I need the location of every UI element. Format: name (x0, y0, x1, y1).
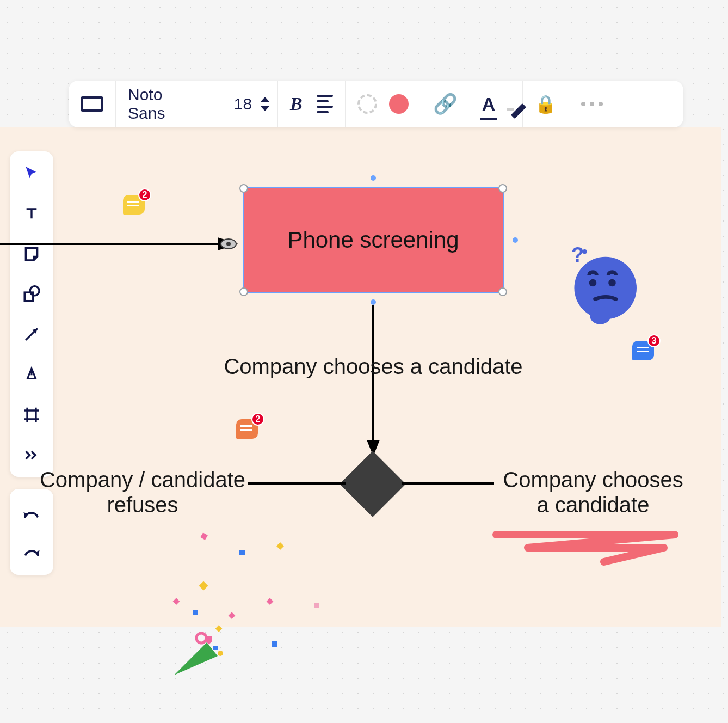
resize-handle-se[interactable] (498, 287, 507, 296)
font-size-arrows[interactable] (260, 97, 270, 111)
svg-rect-17 (239, 550, 245, 555)
text-icon (23, 205, 40, 222)
shape-tool[interactable] (21, 283, 42, 305)
link-button[interactable]: 🔗 (421, 81, 470, 127)
svg-point-1 (30, 286, 39, 296)
svg-point-32 (218, 651, 223, 656)
svg-text:?: ? (571, 243, 584, 266)
chevrons-right-icon (24, 450, 39, 461)
lock-button[interactable]: 🔒 (523, 81, 569, 127)
pen-tool[interactable] (21, 364, 42, 385)
font-size-value: 18 (234, 95, 252, 113)
svg-rect-23 (267, 598, 274, 605)
text-tools-group: A (470, 81, 523, 127)
svg-rect-27 (272, 641, 277, 647)
font-size-stepper[interactable]: 18 (208, 81, 278, 127)
svg-rect-21 (193, 610, 198, 615)
connection-point-n[interactable] (371, 175, 376, 181)
link-icon: 🔗 (433, 93, 458, 115)
font-family-label: Noto Sans (128, 85, 196, 122)
lock-icon: 🔒 (535, 94, 557, 114)
pen-icon (23, 365, 40, 384)
svg-point-29 (196, 633, 206, 643)
svg-point-12 (608, 279, 616, 287)
redo-icon (23, 544, 40, 558)
node-label: Phone screening (287, 227, 459, 253)
text-tool[interactable] (21, 203, 42, 224)
text-color-button[interactable]: A (482, 94, 496, 115)
expand-tools-button[interactable] (21, 444, 42, 466)
scribble-annotation[interactable] (495, 529, 680, 567)
edge-right[interactable] (402, 482, 494, 486)
svg-point-11 (589, 279, 597, 287)
select-tool[interactable] (21, 162, 42, 184)
cursor-icon (24, 166, 39, 181)
edge-left[interactable] (248, 482, 346, 486)
svg-rect-16 (200, 532, 208, 540)
comment-count-badge: 2 (251, 413, 264, 426)
svg-point-13 (590, 307, 610, 324)
shape-icon (22, 285, 41, 303)
svg-rect-25 (215, 625, 223, 632)
svg-rect-24 (314, 603, 319, 608)
text-style-group: B (278, 81, 346, 127)
fill-color-button[interactable] (389, 94, 409, 114)
edge-incoming[interactable] (0, 237, 239, 254)
comment-pin-blue[interactable]: 3 (632, 341, 654, 360)
redo-button[interactable] (21, 540, 42, 562)
tool-panel (10, 151, 53, 477)
edge-down-label[interactable]: Company chooses a candidate (220, 354, 527, 379)
svg-point-5 (226, 242, 231, 246)
frame-icon (23, 406, 40, 424)
rectangle-icon (81, 96, 103, 112)
svg-rect-18 (276, 542, 284, 550)
svg-rect-20 (173, 598, 180, 605)
connector-tool[interactable] (21, 323, 42, 345)
arrow-icon (23, 326, 40, 343)
comment-count-badge: 2 (138, 188, 151, 201)
chevron-down-icon (260, 106, 270, 111)
frame-tool[interactable] (21, 404, 42, 426)
border-color-button[interactable] (357, 94, 377, 114)
resize-handle-nw[interactable] (239, 184, 248, 193)
connection-point-e[interactable] (513, 237, 518, 243)
svg-rect-19 (199, 581, 208, 591)
right-branch-label[interactable]: Company chooses a candidate (495, 467, 691, 517)
edge-down[interactable] (367, 305, 383, 456)
comment-pin-orange[interactable]: 2 (236, 419, 258, 439)
svg-marker-28 (174, 642, 218, 675)
more-options-button[interactable] (569, 81, 615, 127)
dots-icon (581, 102, 603, 106)
fill-color-group (346, 81, 421, 127)
comment-pin-yellow[interactable]: 2 (123, 195, 145, 215)
chevron-up-icon (260, 97, 270, 102)
connection-point-s[interactable] (371, 299, 376, 305)
resize-handle-ne[interactable] (498, 184, 507, 193)
comment-count-badge: 3 (647, 334, 661, 347)
left-branch-label[interactable]: Company / candidate refuses (35, 467, 250, 517)
thinking-face-sticker[interactable]: ? (566, 247, 642, 329)
format-toolbar: Noto Sans 18 B 🔗 A 🔒 (69, 81, 683, 127)
party-popper-sticker[interactable] (169, 517, 365, 681)
bold-button[interactable]: B (290, 94, 303, 114)
node-phone-screening[interactable]: Phone screening (243, 187, 504, 293)
font-family-select[interactable]: Noto Sans (116, 81, 208, 127)
svg-rect-31 (213, 646, 218, 650)
resize-handle-sw[interactable] (239, 287, 248, 296)
svg-point-15 (582, 249, 587, 254)
align-button[interactable] (317, 95, 333, 113)
shape-style-button[interactable] (69, 81, 116, 127)
svg-rect-22 (229, 612, 236, 619)
